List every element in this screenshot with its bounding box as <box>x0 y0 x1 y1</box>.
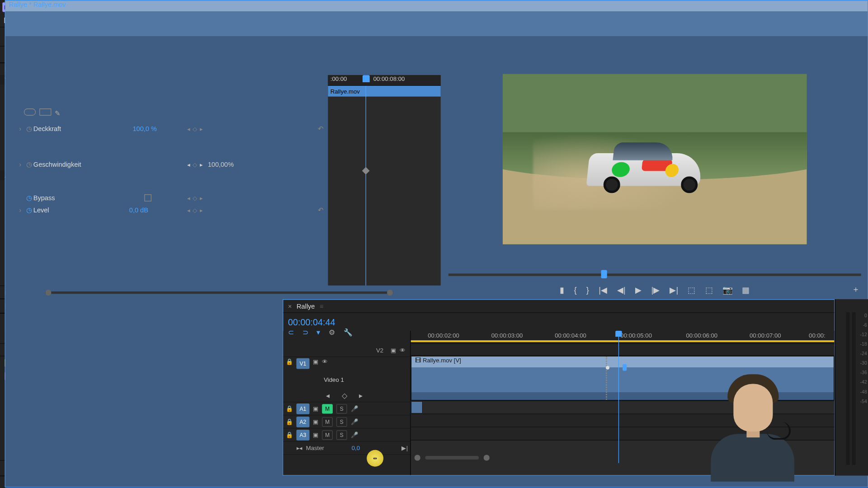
effect-playhead-marker[interactable] <box>363 75 370 82</box>
sync-lock-icon[interactable]: ▣ <box>313 432 318 438</box>
voice-record-icon[interactable]: 🎤 <box>351 418 358 425</box>
lock-icon[interactable]: 🔒 <box>286 418 293 425</box>
program-playhead[interactable] <box>601 270 607 278</box>
stopwatch-icon[interactable]: ◷ <box>26 125 33 132</box>
lock-icon[interactable]: 🔒 <box>286 358 293 365</box>
go-in-icon[interactable]: |◀ <box>599 285 607 294</box>
a3-target[interactable]: A3 <box>297 429 310 440</box>
eye-icon[interactable]: 👁 <box>322 358 328 365</box>
ruler-tick: 00:00:06:00 <box>686 332 718 339</box>
sync-lock-icon[interactable]: ▣ <box>313 358 318 365</box>
level-value[interactable]: 0,0 dB <box>129 206 148 213</box>
program-scrubber[interactable] <box>448 267 861 281</box>
pen-mask-icon[interactable]: ✎ <box>55 110 60 117</box>
extract-icon[interactable]: ⬚ <box>705 285 713 294</box>
v2-target[interactable]: V2 <box>376 347 383 354</box>
add-key-icon[interactable]: ◇ <box>193 206 198 213</box>
next-key-icon[interactable]: ▸ <box>200 206 203 213</box>
solo-button[interactable]: S <box>336 430 347 440</box>
sequence-tab-menu[interactable]: ≡ <box>320 302 323 310</box>
mute-button[interactable]: M <box>322 430 333 440</box>
effect-ruler-tc1: 00:00:08:00 <box>373 76 405 83</box>
add-marker-icon[interactable]: ▾ <box>316 328 320 337</box>
sync-lock-icon[interactable]: ▣ <box>391 347 396 354</box>
step-forward-icon[interactable]: |▶ <box>651 285 660 294</box>
mute-button[interactable]: M <box>322 404 333 413</box>
timeline-timecode[interactable]: 00:00:04:44 <box>288 317 335 327</box>
effect-scroll-knob[interactable] <box>45 289 51 295</box>
snap-icon[interactable]: ⊂ <box>288 328 294 337</box>
eye-icon[interactable]: 👁 <box>400 347 406 354</box>
a1-target[interactable]: A1 <box>297 403 310 414</box>
prev-key-icon[interactable]: ◂ <box>187 126 190 132</box>
stopwatch-icon[interactable]: ◷ <box>26 194 33 202</box>
effect-playhead[interactable] <box>366 86 366 286</box>
next-key-icon[interactable]: ▸ <box>359 392 363 400</box>
master-level[interactable]: 0,0 <box>352 445 360 451</box>
v1-target[interactable]: V1 <box>297 358 310 369</box>
expand-speed[interactable]: › <box>19 161 26 168</box>
add-marker-icon[interactable]: ▮ <box>560 285 565 294</box>
add-key-icon[interactable]: ◇ <box>342 392 347 400</box>
voice-record-icon[interactable]: 🎤 <box>351 432 358 438</box>
solo-button[interactable]: S <box>336 417 347 427</box>
add-key-icon[interactable]: ◇ <box>193 161 198 168</box>
sync-lock-icon[interactable]: ▣ <box>313 405 318 412</box>
solo-button[interactable]: S <box>336 404 347 413</box>
prev-key-icon[interactable]: ◂ <box>187 206 190 213</box>
export-frame-icon[interactable]: 📷 <box>722 285 732 294</box>
next-key-icon[interactable]: ▸ <box>200 126 203 132</box>
close-sequence-icon[interactable]: × <box>288 302 292 310</box>
comparison-icon[interactable]: ▦ <box>742 285 750 294</box>
program-monitor[interactable] <box>441 63 868 254</box>
sequence-tab[interactable]: Rallye <box>297 302 315 310</box>
linked-selection-icon[interactable]: ⊃ <box>302 328 308 337</box>
timeline-ruler[interactable]: 00:00:02:00 00:00:03:00 00:00:04:00 00:0… <box>411 331 834 344</box>
bypass-checkbox[interactable] <box>144 194 151 202</box>
lift-icon[interactable]: ⬚ <box>688 285 695 294</box>
button-editor-icon[interactable]: ＋ <box>852 284 860 295</box>
go-out-icon[interactable]: ▶| <box>670 285 678 294</box>
v2-track-lane[interactable] <box>411 344 834 356</box>
play-icon[interactable]: ▶ <box>635 285 642 294</box>
ellipse-mask-icon[interactable] <box>24 108 36 116</box>
keyframe-diamond[interactable] <box>362 167 370 174</box>
reset-icon[interactable]: ↶ <box>318 125 323 132</box>
mark-in-icon[interactable]: { <box>574 285 577 294</box>
wrench-icon[interactable]: 🔧 <box>344 328 353 337</box>
prev-key-icon[interactable]: ◂ <box>326 392 330 400</box>
expand-opacity[interactable]: › <box>19 125 26 132</box>
speed-value[interactable]: 100,00% <box>208 161 234 168</box>
prev-key-icon[interactable]: ◂ <box>187 195 190 202</box>
effect-scroll-knob[interactable] <box>387 289 393 295</box>
rect-mask-icon[interactable] <box>39 108 51 116</box>
timeline-settings-icon[interactable]: ⚙ <box>329 328 335 337</box>
effect-ruler-tc0: :00:00 <box>330 76 347 83</box>
opacity-value[interactable]: 100,0 % <box>133 125 157 132</box>
next-key-icon[interactable]: ▸ <box>200 161 203 168</box>
master-label: Master <box>306 445 324 451</box>
audio-meters: 0-6-12-18-24-30-36-42-48-54 <box>835 299 868 475</box>
reset-icon[interactable]: ↶ <box>318 206 323 214</box>
audio-clip[interactable] <box>411 401 423 414</box>
mark-out-icon[interactable]: } <box>586 285 589 294</box>
tl-scroll-left[interactable] <box>415 455 420 460</box>
go-end-icon[interactable]: ▶| <box>401 445 408 451</box>
prev-key-icon[interactable]: ◂ <box>187 161 190 168</box>
lock-icon[interactable]: 🔒 <box>286 405 293 412</box>
mute-button[interactable]: M <box>322 417 333 427</box>
next-key-icon[interactable]: ▸ <box>200 195 203 202</box>
voice-record-icon[interactable]: 🎤 <box>351 405 358 412</box>
sync-lock-icon[interactable]: ▣ <box>313 418 318 425</box>
timeline-playhead[interactable] <box>618 331 619 463</box>
add-key-icon[interactable]: ◇ <box>193 195 198 202</box>
mix-icon[interactable]: ▸◂ <box>297 445 302 451</box>
expand-level[interactable]: › <box>19 206 26 213</box>
tl-scroll-right[interactable] <box>484 455 490 460</box>
add-key-icon[interactable]: ◇ <box>193 126 198 132</box>
stopwatch-icon[interactable]: ◷ <box>26 160 33 168</box>
lock-icon[interactable]: 🔒 <box>286 432 293 438</box>
step-back-icon[interactable]: ◀| <box>617 285 626 294</box>
a2-target[interactable]: A2 <box>297 416 310 427</box>
stopwatch-icon[interactable]: ◷ <box>26 206 33 214</box>
